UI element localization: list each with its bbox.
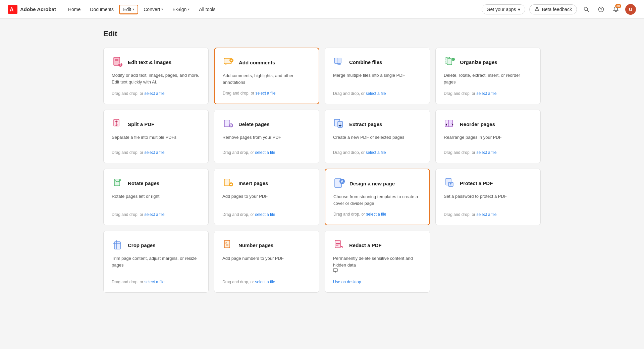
tool-card-header: Redact a PDF <box>333 239 422 251</box>
tool-description: Merge multiple files into a single PDF <box>333 72 422 86</box>
add-comments-icon: + <box>223 56 235 68</box>
tool-card-organize-pages[interactable]: ↕ Organize pages Delete, rotate, extract… <box>435 48 541 104</box>
tools-grid: T Edit text & images Modify or add text,… <box>103 48 541 293</box>
esign-chevron-icon: ▾ <box>188 7 190 11</box>
tool-footer: Drag and drop, or select a file <box>222 212 311 217</box>
tool-card-header: # Number pages <box>222 239 311 251</box>
tool-card-header: Rotate pages <box>112 177 200 189</box>
desktop-icon <box>333 268 338 273</box>
adobe-acrobat-logo-icon: A <box>8 5 17 14</box>
svg-rect-51 <box>333 269 337 272</box>
page-title: Edit <box>103 30 541 38</box>
tool-card-extract-pages[interactable]: Extract pages Create a new PDF of select… <box>325 110 430 163</box>
main-nav: Home Documents Edit ▾ Convert ▾ E-Sign ▾… <box>64 5 482 14</box>
select-file-link[interactable]: select a file <box>144 280 164 284</box>
tool-title: Crop pages <box>128 242 156 248</box>
svg-rect-18 <box>447 59 452 65</box>
tool-card-header: Crop pages <box>112 239 200 251</box>
search-button[interactable] <box>581 4 592 15</box>
nav-convert[interactable]: Convert ▾ <box>140 5 167 14</box>
help-button[interactable]: ? <box>596 4 606 15</box>
main-content: Edit T Edit text & images Modify or add … <box>87 19 557 303</box>
select-file-link[interactable]: select a file <box>255 150 275 155</box>
select-file-link[interactable]: select a file <box>476 91 496 96</box>
nav-all-tools[interactable]: All tools <box>195 5 219 14</box>
tool-description: Create a new PDF of selected pages <box>333 134 422 145</box>
tool-title: Edit text & images <box>128 59 171 65</box>
select-file-link[interactable]: select a file <box>366 212 386 217</box>
select-file-link[interactable]: select a file <box>366 91 386 96</box>
nav-home[interactable]: Home <box>64 5 85 14</box>
tool-card-crop-pages[interactable]: Crop pages Trim page content, adjust mar… <box>103 231 209 293</box>
tool-description: Add pages to your PDF <box>222 193 311 207</box>
tool-description: Add page numbers to your PDF <box>222 255 311 274</box>
select-file-link[interactable]: select a file <box>144 91 164 96</box>
select-file-link[interactable]: select a file <box>476 212 496 217</box>
tool-card-rotate-pages[interactable]: Rotate pages Rotate pages left or right … <box>103 169 209 225</box>
tool-card-add-comments[interactable]: + Add comments Add comments, highlights,… <box>214 48 319 104</box>
svg-rect-16 <box>337 58 341 63</box>
crop-icon <box>112 239 124 251</box>
tool-footer: Drag and drop, or select a file <box>444 150 532 155</box>
header: A Adobe Acrobat Home Documents Edit ▾ Co… <box>0 0 644 19</box>
select-file-link[interactable]: select a file <box>476 150 496 155</box>
rotate-icon <box>112 177 124 189</box>
use-on-desktop-link[interactable]: Use on desktop <box>333 280 361 284</box>
tool-card-header: T Edit text & images <box>112 56 200 68</box>
select-file-link[interactable]: select a file <box>255 212 275 217</box>
tool-footer: Drag and drop, or select a file <box>223 91 311 96</box>
tool-title: Combine files <box>349 59 382 65</box>
beta-feedback-button[interactable]: Beta feedback <box>529 4 577 14</box>
tool-description: Modify or add text, images, pages, and m… <box>112 72 200 86</box>
search-icon <box>583 6 589 12</box>
svg-rect-22 <box>224 120 230 127</box>
tool-title: Add comments <box>239 60 275 65</box>
tool-card-split-pdf[interactable]: Split a PDF Separate a file into multipl… <box>103 110 209 163</box>
notification-button[interactable]: 30 <box>610 4 621 15</box>
tool-card-design-new-page[interactable]: A Design a new page Choose from stunning… <box>325 169 430 225</box>
svg-rect-41 <box>114 242 120 249</box>
tool-card-delete-pages[interactable]: Delete pages Remove pages from your PDF … <box>214 110 319 163</box>
tool-card-header: Protect a PDF <box>444 177 532 189</box>
select-file-link[interactable]: select a file <box>255 280 275 284</box>
number-icon: # <box>222 239 234 251</box>
user-avatar[interactable]: U <box>625 4 636 15</box>
nav-edit[interactable]: Edit ▾ <box>119 5 138 14</box>
tool-card-insert-pages[interactable]: Insert pages Add pages to your PDF Drag … <box>214 169 319 225</box>
tool-footer: Drag and drop, or select a file <box>333 91 422 96</box>
edit-text-icon: T <box>112 56 124 68</box>
get-apps-button[interactable]: Get your apps ▾ <box>482 4 526 14</box>
combine-icon <box>333 56 345 68</box>
nav-esign[interactable]: E-Sign ▾ <box>168 5 194 14</box>
tool-footer: Drag and drop, or select a file <box>333 212 421 217</box>
app-name: Adobe Acrobat <box>20 6 56 12</box>
design-icon: A <box>333 177 345 189</box>
tool-card-protect-pdf[interactable]: Protect a PDF Set a password to protect … <box>435 169 541 225</box>
tool-card-reorder-pages[interactable]: Reorder pages Rearrange pages in your PD… <box>435 110 541 163</box>
tool-title: Organize pages <box>460 59 497 65</box>
convert-chevron-icon: ▾ <box>161 7 163 11</box>
tool-card-redact-pdf[interactable]: Redact a PDF Permanently delete sensitiv… <box>325 231 430 293</box>
select-file-link[interactable]: select a file <box>255 91 275 96</box>
desktop-badge <box>333 268 422 273</box>
tool-footer: Drag and drop, or select a file <box>112 280 200 284</box>
tool-card-edit-text[interactable]: T Edit text & images Modify or add text,… <box>103 48 209 104</box>
tool-card-header: A Design a new page <box>333 177 421 189</box>
tool-card-header: Insert pages <box>222 177 311 189</box>
tool-description: Remove pages from your PDF <box>222 134 311 145</box>
get-apps-chevron-icon: ▾ <box>518 7 520 12</box>
select-file-link[interactable]: select a file <box>144 212 164 217</box>
svg-text:↕: ↕ <box>452 58 454 61</box>
select-file-link[interactable]: select a file <box>144 150 164 155</box>
tool-title: Extract pages <box>349 121 382 127</box>
nav-documents[interactable]: Documents <box>86 5 118 14</box>
app-logo[interactable]: A Adobe Acrobat <box>8 5 56 14</box>
tool-card-header: + Add comments <box>223 56 311 68</box>
select-file-link[interactable]: select a file <box>366 150 386 155</box>
svg-text:#: # <box>225 241 227 244</box>
tool-card-number-pages[interactable]: # Number pages Add page numbers to your … <box>214 231 319 293</box>
svg-text:A: A <box>10 7 14 12</box>
tool-card-combine-files[interactable]: Combine files Merge multiple files into … <box>325 48 430 104</box>
tool-card-header: ↕ Organize pages <box>444 56 532 68</box>
tool-footer: Drag and drop, or select a file <box>112 212 200 217</box>
